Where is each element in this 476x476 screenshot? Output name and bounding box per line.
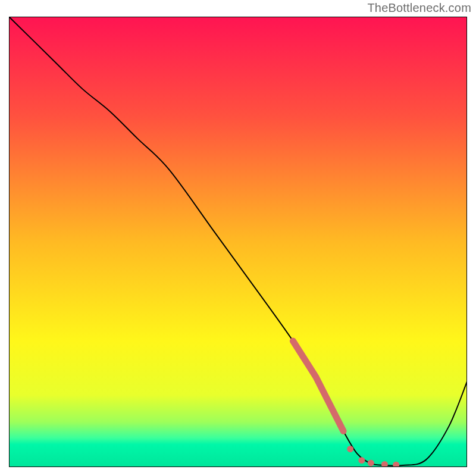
chart-svg xyxy=(9,17,467,467)
highlight-dot xyxy=(368,460,374,466)
chart-container xyxy=(9,17,467,467)
highlight-dot xyxy=(358,457,365,464)
watermark-text: TheBottleneck.com xyxy=(367,1,471,15)
highlight-dot xyxy=(347,446,353,452)
